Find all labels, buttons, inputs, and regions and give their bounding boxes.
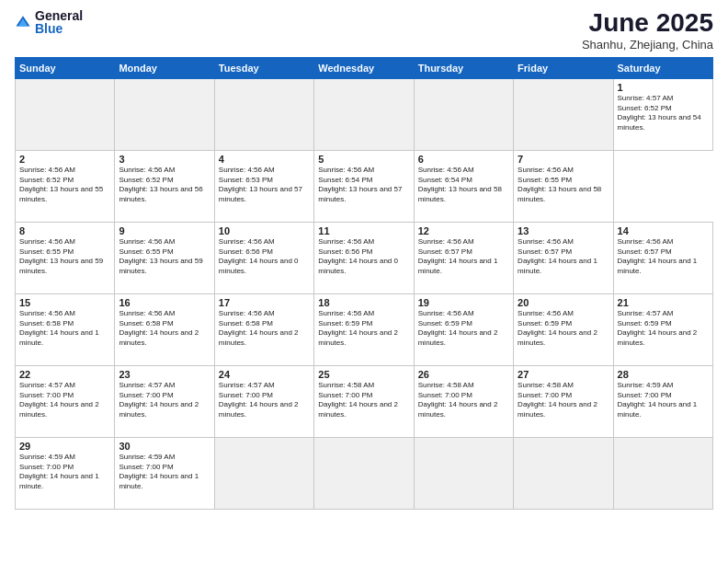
week-row-5: 22Sunrise: 4:57 AMSunset: 7:00 PMDayligh… xyxy=(16,365,713,437)
day-info: Sunrise: 4:56 AMSunset: 6:55 PMDaylight:… xyxy=(19,237,110,277)
day-number: 25 xyxy=(318,369,409,380)
calendar-cell xyxy=(414,437,513,509)
day-number: 27 xyxy=(518,369,609,380)
header: General Blue June 2025 Shanhu, Zhejiang,… xyxy=(15,9,713,52)
day-number: 4 xyxy=(219,154,310,165)
day-number: 19 xyxy=(418,297,509,308)
month-title: June 2025 xyxy=(582,9,713,38)
logo-text: General Blue xyxy=(35,9,83,35)
day-info: Sunrise: 4:56 AMSunset: 6:57 PMDaylight:… xyxy=(618,237,709,277)
calendar-cell xyxy=(613,437,712,509)
day-number: 24 xyxy=(219,369,310,380)
calendar-cell: 6Sunrise: 4:56 AMSunset: 6:54 PMDaylight… xyxy=(414,150,513,222)
calendar-cell xyxy=(514,437,613,509)
day-info: Sunrise: 4:56 AMSunset: 6:59 PMDaylight:… xyxy=(418,309,509,349)
day-info: Sunrise: 4:56 AMSunset: 6:52 PMDaylight:… xyxy=(19,166,110,205)
day-info: Sunrise: 4:59 AMSunset: 7:00 PMDaylight:… xyxy=(19,453,110,492)
calendar-cell: 11Sunrise: 4:56 AMSunset: 6:56 PMDayligh… xyxy=(314,222,414,293)
week-row-1: 1Sunrise: 4:57 AMSunset: 6:52 PMDaylight… xyxy=(16,78,713,150)
day-info: Sunrise: 4:59 AMSunset: 7:00 PMDaylight:… xyxy=(618,381,709,420)
day-number: 6 xyxy=(418,154,509,165)
day-info: Sunrise: 4:57 AMSunset: 6:59 PMDaylight:… xyxy=(618,309,709,349)
day-number: 21 xyxy=(618,297,709,308)
col-header-monday: Monday xyxy=(115,57,214,78)
calendar-cell: 21Sunrise: 4:57 AMSunset: 6:59 PMDayligh… xyxy=(613,293,712,365)
day-number: 17 xyxy=(219,297,310,308)
col-header-friday: Friday xyxy=(514,57,613,78)
day-number: 26 xyxy=(418,369,509,380)
day-number: 22 xyxy=(19,369,110,380)
day-number: 20 xyxy=(518,297,609,308)
calendar-cell: 30Sunrise: 4:59 AMSunset: 7:00 PMDayligh… xyxy=(115,437,214,509)
calendar-cell: 4Sunrise: 4:56 AMSunset: 6:53 PMDaylight… xyxy=(214,150,313,222)
calendar-cell xyxy=(115,78,214,150)
title-block: June 2025 Shanhu, Zhejiang, China xyxy=(582,9,713,52)
calendar-cell: 26Sunrise: 4:58 AMSunset: 7:00 PMDayligh… xyxy=(414,365,513,437)
calendar-cell: 3Sunrise: 4:56 AMSunset: 6:52 PMDaylight… xyxy=(115,150,214,222)
day-info: Sunrise: 4:56 AMSunset: 6:59 PMDaylight:… xyxy=(518,309,609,349)
calendar-cell xyxy=(514,78,613,150)
day-number: 14 xyxy=(618,225,709,236)
calendar-cell: 17Sunrise: 4:56 AMSunset: 6:58 PMDayligh… xyxy=(214,293,313,365)
day-number: 23 xyxy=(119,369,210,380)
logo-blue: Blue xyxy=(35,22,83,35)
day-info: Sunrise: 4:56 AMSunset: 6:58 PMDaylight:… xyxy=(119,309,210,349)
calendar-cell: 9Sunrise: 4:56 AMSunset: 6:55 PMDaylight… xyxy=(115,222,214,293)
col-header-saturday: Saturday xyxy=(613,57,712,78)
day-info: Sunrise: 4:57 AMSunset: 7:00 PMDaylight:… xyxy=(119,381,210,420)
day-number: 15 xyxy=(19,297,110,308)
day-info: Sunrise: 4:57 AMSunset: 7:00 PMDaylight:… xyxy=(19,381,110,420)
header-row: SundayMondayTuesdayWednesdayThursdayFrid… xyxy=(16,57,713,78)
logo-icon xyxy=(15,14,31,30)
day-info: Sunrise: 4:56 AMSunset: 6:52 PMDaylight:… xyxy=(119,166,210,205)
day-number: 18 xyxy=(318,297,409,308)
calendar-cell: 27Sunrise: 4:58 AMSunset: 7:00 PMDayligh… xyxy=(514,365,613,437)
calendar-cell: 20Sunrise: 4:56 AMSunset: 6:59 PMDayligh… xyxy=(514,293,613,365)
day-number: 8 xyxy=(19,225,110,236)
day-info: Sunrise: 4:56 AMSunset: 6:57 PMDaylight:… xyxy=(418,237,509,277)
day-info: Sunrise: 4:56 AMSunset: 6:58 PMDaylight:… xyxy=(219,309,310,349)
calendar-table: SundayMondayTuesdayWednesdayThursdayFrid… xyxy=(15,57,713,510)
logo-general: General xyxy=(35,9,83,22)
col-header-sunday: Sunday xyxy=(16,57,115,78)
calendar-cell: 14Sunrise: 4:56 AMSunset: 6:57 PMDayligh… xyxy=(613,222,712,293)
page: General Blue June 2025 Shanhu, Zhejiang,… xyxy=(0,0,728,563)
day-number: 11 xyxy=(318,225,409,236)
week-row-4: 15Sunrise: 4:56 AMSunset: 6:58 PMDayligh… xyxy=(16,293,713,365)
day-number: 16 xyxy=(119,297,210,308)
day-info: Sunrise: 4:59 AMSunset: 7:00 PMDaylight:… xyxy=(119,453,210,492)
calendar-cell: 2Sunrise: 4:56 AMSunset: 6:52 PMDaylight… xyxy=(16,150,115,222)
day-number: 7 xyxy=(518,154,609,165)
day-info: Sunrise: 4:56 AMSunset: 6:56 PMDaylight:… xyxy=(219,237,310,277)
calendar-cell: 7Sunrise: 4:56 AMSunset: 6:55 PMDaylight… xyxy=(514,150,613,222)
day-info: Sunrise: 4:56 AMSunset: 6:53 PMDaylight:… xyxy=(219,166,310,205)
col-header-wednesday: Wednesday xyxy=(314,57,414,78)
day-number: 12 xyxy=(418,225,509,236)
day-number: 28 xyxy=(618,369,709,380)
day-info: Sunrise: 4:58 AMSunset: 7:00 PMDaylight:… xyxy=(318,381,409,420)
calendar-cell: 29Sunrise: 4:59 AMSunset: 7:00 PMDayligh… xyxy=(16,437,115,509)
day-info: Sunrise: 4:56 AMSunset: 6:56 PMDaylight:… xyxy=(318,237,409,277)
day-number: 5 xyxy=(318,154,409,165)
calendar-cell: 10Sunrise: 4:56 AMSunset: 6:56 PMDayligh… xyxy=(214,222,313,293)
day-number: 2 xyxy=(19,154,110,165)
day-number: 10 xyxy=(219,225,310,236)
col-header-tuesday: Tuesday xyxy=(214,57,313,78)
calendar-cell: 5Sunrise: 4:56 AMSunset: 6:54 PMDaylight… xyxy=(314,150,414,222)
calendar-cell xyxy=(16,78,115,150)
week-row-6: 29Sunrise: 4:59 AMSunset: 7:00 PMDayligh… xyxy=(16,437,713,509)
week-row-2: 2Sunrise: 4:56 AMSunset: 6:52 PMDaylight… xyxy=(16,150,713,222)
calendar-cell: 13Sunrise: 4:56 AMSunset: 6:57 PMDayligh… xyxy=(514,222,613,293)
location-subtitle: Shanhu, Zhejiang, China xyxy=(582,38,713,52)
calendar-cell: 16Sunrise: 4:56 AMSunset: 6:58 PMDayligh… xyxy=(115,293,214,365)
day-info: Sunrise: 4:58 AMSunset: 7:00 PMDaylight:… xyxy=(518,381,609,420)
calendar-cell: 12Sunrise: 4:56 AMSunset: 6:57 PMDayligh… xyxy=(414,222,513,293)
calendar-cell: 1Sunrise: 4:57 AMSunset: 6:52 PMDaylight… xyxy=(613,78,712,150)
day-info: Sunrise: 4:56 AMSunset: 6:54 PMDaylight:… xyxy=(418,166,509,205)
day-info: Sunrise: 4:56 AMSunset: 6:59 PMDaylight:… xyxy=(318,309,409,349)
calendar-cell: 15Sunrise: 4:56 AMSunset: 6:58 PMDayligh… xyxy=(16,293,115,365)
day-info: Sunrise: 4:56 AMSunset: 6:58 PMDaylight:… xyxy=(19,309,110,349)
day-number: 3 xyxy=(119,154,210,165)
calendar-cell: 28Sunrise: 4:59 AMSunset: 7:00 PMDayligh… xyxy=(613,365,712,437)
day-info: Sunrise: 4:56 AMSunset: 6:54 PMDaylight:… xyxy=(318,166,409,205)
